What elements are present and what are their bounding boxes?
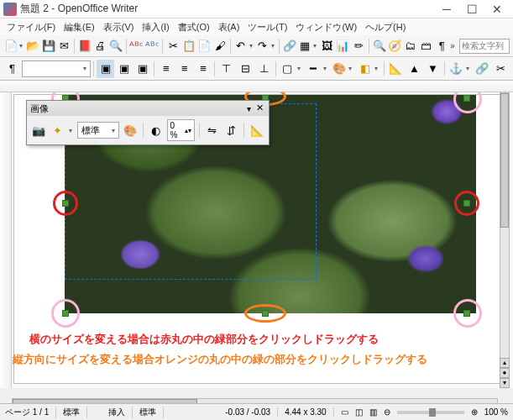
datasources-icon[interactable]: 🗃 bbox=[419, 37, 434, 55]
print-icon[interactable]: 🖨 bbox=[93, 37, 108, 55]
zoom-slider[interactable] bbox=[397, 411, 464, 414]
zoom-in-icon[interactable]: ⊕ bbox=[471, 407, 478, 417]
transparency-icon[interactable]: ◐ bbox=[148, 121, 165, 139]
flip-h-icon[interactable]: ⇋ bbox=[204, 121, 221, 139]
find-icon[interactable]: 🔍 bbox=[372, 37, 387, 55]
draw-icon[interactable]: ✏ bbox=[351, 37, 366, 55]
open-icon[interactable]: 📂 bbox=[25, 37, 40, 55]
align-middle-icon[interactable]: ⊟ bbox=[237, 60, 254, 78]
search-input[interactable] bbox=[459, 39, 510, 54]
status-size: 4.44 x 3.30 bbox=[285, 407, 333, 417]
red-circle-annotation bbox=[454, 191, 479, 216]
pink-circle-annotation bbox=[51, 299, 80, 328]
cut-icon[interactable]: ✂ bbox=[165, 37, 181, 55]
new-icon[interactable]: 📄 bbox=[3, 37, 18, 55]
border-icon[interactable]: ▢ bbox=[279, 60, 296, 78]
undo-icon[interactable]: ↶ bbox=[233, 37, 249, 55]
gallery-icon[interactable]: 🗂 bbox=[403, 37, 418, 55]
spellcheck-icon[interactable]: ᴬᴮᶜ bbox=[129, 37, 144, 55]
image-toolbar-pin-icon[interactable]: ▾ bbox=[247, 104, 251, 113]
app-icon bbox=[3, 3, 17, 16]
menu-window[interactable]: ウィンドウ(W) bbox=[292, 19, 360, 35]
email-icon[interactable]: ✉ bbox=[57, 37, 72, 55]
link-frame-icon[interactable]: 🔗 bbox=[474, 60, 491, 78]
status-style[interactable]: 標準 bbox=[63, 407, 87, 418]
wrap-off-icon[interactable]: ▣ bbox=[97, 60, 114, 78]
frame-props2-icon[interactable]: 📐 bbox=[249, 121, 265, 139]
border-color-icon[interactable]: 🎨 bbox=[330, 60, 348, 78]
document-page[interactable]: 画像 ▾ ✕ 📷 ✦▾ 標準▾ 🎨 ◐ 0 %▴▾ ⇋ ⇵ 📐 bbox=[13, 94, 505, 384]
graphics-mode-combo[interactable]: 標準▾ bbox=[77, 122, 119, 139]
nonprint-icon[interactable]: ¶ bbox=[435, 37, 450, 55]
color-icon[interactable]: 🎨 bbox=[122, 121, 139, 139]
align-right-icon[interactable]: ≡ bbox=[194, 60, 212, 78]
horizontal-ruler[interactable] bbox=[0, 81, 513, 92]
toolbar-more-icon[interactable]: » bbox=[450, 41, 458, 50]
vertical-scrollbar[interactable] bbox=[500, 92, 510, 365]
annotation-text-orange: 縦方向にサイズを変える場合オレンジの丸の中の緑の部分をクリックしドラッグする bbox=[13, 352, 513, 367]
menu-help[interactable]: ヘルプ(H) bbox=[362, 19, 409, 35]
chart-icon[interactable]: 📊 bbox=[335, 37, 350, 55]
minimize-button[interactable]: ─ bbox=[434, 0, 459, 18]
copy-icon[interactable]: 📋 bbox=[181, 37, 196, 55]
pdf-icon[interactable]: 📕 bbox=[77, 37, 92, 55]
nav-icon[interactable]: 🧭 bbox=[387, 37, 402, 55]
unlink-icon[interactable]: ✂ bbox=[492, 60, 510, 78]
align-top-icon[interactable]: ⊤ bbox=[217, 60, 235, 78]
status-page: ページ 1 / 1 bbox=[5, 407, 56, 418]
zoom-value[interactable]: 100 % bbox=[484, 407, 508, 417]
image-toolbar-window[interactable]: 画像 ▾ ✕ 📷 ✦▾ 標準▾ 🎨 ◐ 0 %▴▾ ⇋ ⇵ 📐 bbox=[26, 100, 270, 145]
wrap-page-icon[interactable]: ▣ bbox=[115, 60, 133, 78]
menu-view[interactable]: 表示(V) bbox=[100, 19, 138, 35]
orange-oval-annotation bbox=[244, 304, 286, 323]
maximize-button[interactable]: ☐ bbox=[459, 0, 484, 18]
close-button[interactable]: ✕ bbox=[484, 0, 510, 18]
brush-icon[interactable]: 🖌 bbox=[212, 37, 228, 55]
redo-icon[interactable]: ↷ bbox=[255, 37, 270, 55]
filter-icon[interactable]: 📷 bbox=[30, 121, 47, 139]
menu-insert[interactable]: 挿入(I) bbox=[139, 19, 172, 35]
pink-circle-annotation bbox=[453, 299, 482, 328]
zoom-out-icon[interactable]: ⊖ bbox=[384, 407, 390, 417]
menu-edit[interactable]: 編集(E) bbox=[60, 19, 98, 35]
border-style-icon[interactable]: ━ bbox=[304, 60, 322, 78]
save-icon[interactable]: 💾 bbox=[41, 37, 56, 55]
status-position: -0.03 / -0.03 bbox=[225, 407, 278, 417]
menu-table[interactable]: 表(A) bbox=[215, 19, 243, 35]
image-insert-icon[interactable]: 🖼 bbox=[320, 37, 335, 55]
prev-page-icon[interactable]: ▴ bbox=[500, 358, 510, 368]
status-selection-mode[interactable]: 標準 bbox=[139, 407, 164, 418]
preview-icon[interactable]: 🔍 bbox=[108, 37, 123, 55]
menu-format[interactable]: 書式(O) bbox=[175, 19, 213, 35]
flip-v-icon[interactable]: ⇵ bbox=[223, 121, 240, 139]
menu-file[interactable]: ファイル(F) bbox=[3, 19, 59, 35]
menu-tools[interactable]: ツール(T) bbox=[244, 19, 291, 35]
image-toolbar-close-icon[interactable]: ✕ bbox=[254, 102, 265, 114]
status-insert-mode[interactable]: 挿入 bbox=[108, 407, 133, 418]
send-back-icon[interactable]: ▼ bbox=[424, 60, 442, 78]
style-combo[interactable]: ▾ bbox=[22, 60, 91, 77]
status-view-icon[interactable]: ▭ bbox=[341, 407, 348, 417]
align-bottom-icon[interactable]: ⊥ bbox=[255, 60, 273, 78]
status-view2-icon[interactable]: ◫ bbox=[355, 407, 363, 417]
nav-menu-icon[interactable]: ● bbox=[500, 368, 510, 378]
bring-front-icon[interactable]: ▲ bbox=[406, 60, 423, 78]
bg-color-icon[interactable]: ◧ bbox=[356, 60, 374, 78]
frame-props-icon[interactable]: 📐 bbox=[387, 60, 405, 78]
table-insert-icon[interactable]: ▦ bbox=[298, 37, 313, 55]
window-title: 無題 2 - OpenOffice Writer bbox=[20, 2, 434, 16]
paste-icon[interactable]: 📄 bbox=[197, 37, 212, 55]
filter-drop-icon[interactable]: ✦ bbox=[50, 121, 66, 139]
next-page-icon[interactable]: ▾ bbox=[500, 378, 510, 388]
annotation-text-red: 横のサイズを変える場合は赤丸の中の緑部分をクリックしドラッグする bbox=[29, 332, 379, 347]
vertical-ruler[interactable] bbox=[0, 92, 12, 388]
auto-spell-icon[interactable]: ᴬᴮᶜ bbox=[145, 37, 160, 55]
align-left-icon[interactable]: ≡ bbox=[157, 60, 175, 78]
anchor-icon[interactable]: ⚓ bbox=[448, 60, 465, 78]
link-icon[interactable]: 🔗 bbox=[282, 37, 297, 55]
status-view3-icon[interactable]: ▥ bbox=[369, 407, 377, 417]
align-center-icon[interactable]: ≡ bbox=[175, 60, 193, 78]
wrap-through-icon[interactable]: ▣ bbox=[133, 60, 151, 78]
styles-icon[interactable]: ¶ bbox=[3, 60, 21, 78]
transparency-value[interactable]: 0 %▴▾ bbox=[167, 119, 195, 141]
